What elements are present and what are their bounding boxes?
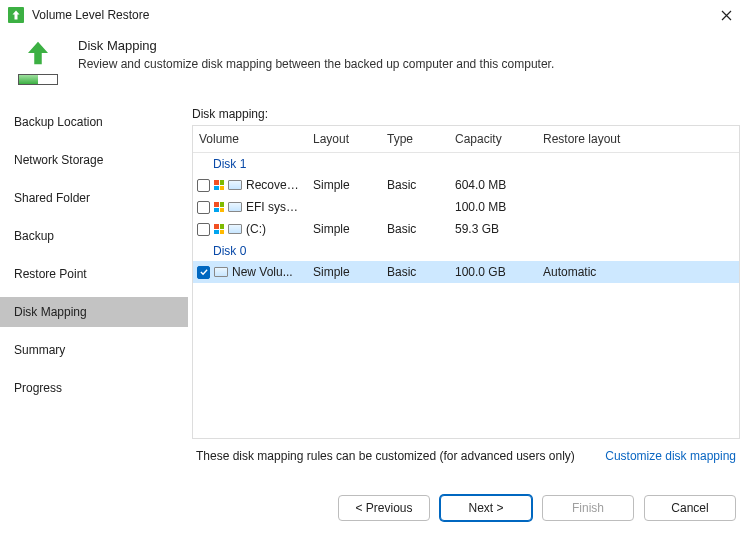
- drive-icon: [228, 180, 242, 190]
- cancel-button[interactable]: Cancel: [644, 495, 736, 521]
- next-button[interactable]: Next >: [440, 495, 532, 521]
- volume-checkbox[interactable]: [197, 201, 210, 214]
- drive-icon: [214, 267, 228, 277]
- page-description: Review and customize disk mapping betwee…: [78, 57, 554, 71]
- previous-button[interactable]: < Previous: [338, 495, 430, 521]
- cell-layout: Simple: [307, 216, 381, 242]
- window-title: Volume Level Restore: [32, 8, 149, 22]
- col-type[interactable]: Type: [381, 126, 449, 152]
- table-header: Volume Layout Type Capacity Restore layo…: [193, 126, 739, 153]
- volume-checkbox[interactable]: [197, 223, 210, 236]
- wizard-header: Disk Mapping Review and customize disk m…: [0, 30, 752, 99]
- windows-icon: [214, 202, 224, 212]
- volume-name: Recovery p...: [246, 178, 301, 192]
- drive-icon: [228, 224, 242, 234]
- sidebar-item-backup[interactable]: Backup: [0, 221, 188, 251]
- drive-icon: [228, 202, 242, 212]
- disk-group-header[interactable]: Disk 0: [193, 240, 739, 261]
- cell-restore-layout: [537, 179, 739, 191]
- wizard-steps-sidebar: Backup LocationNetwork StorageShared Fol…: [0, 99, 188, 483]
- sidebar-item-network-storage[interactable]: Network Storage: [0, 145, 188, 175]
- main-area: Backup LocationNetwork StorageShared Fol…: [0, 99, 752, 483]
- cell-layout: [307, 201, 381, 213]
- finish-button: Finish: [542, 495, 634, 521]
- table-row[interactable]: New Volu...SimpleBasic100.0 GBAutomatic: [193, 261, 739, 283]
- volume-level-restore-window: Volume Level Restore Disk Mapping Review…: [0, 0, 752, 535]
- table-row[interactable]: Recovery p...SimpleBasic604.0 MB: [193, 174, 739, 196]
- col-layout[interactable]: Layout: [307, 126, 381, 152]
- windows-icon: [214, 224, 224, 234]
- windows-icon: [214, 180, 224, 190]
- sidebar-item-progress[interactable]: Progress: [0, 373, 188, 403]
- table-body: Disk 1Recovery p...SimpleBasic604.0 MBEF…: [193, 153, 739, 438]
- customize-disk-mapping-link[interactable]: Customize disk mapping: [605, 449, 736, 463]
- table-row[interactable]: EFI system ...100.0 MB: [193, 196, 739, 218]
- cell-restore-layout: Automatic: [537, 259, 739, 285]
- cell-layout: Simple: [307, 259, 381, 285]
- progress-icon: [18, 74, 58, 85]
- close-button[interactable]: [706, 2, 746, 28]
- wizard-button-bar: < Previous Next > Finish Cancel: [0, 483, 752, 535]
- cell-type: Basic: [381, 259, 449, 285]
- footer-note-text: These disk mapping rules can be customiz…: [196, 449, 575, 463]
- cell-type: Basic: [381, 172, 449, 198]
- titlebar: Volume Level Restore: [0, 0, 752, 30]
- footer-note-row: These disk mapping rules can be customiz…: [192, 439, 740, 471]
- col-volume[interactable]: Volume: [193, 126, 307, 152]
- cell-type: [381, 201, 449, 213]
- table-row[interactable]: (C:)SimpleBasic59.3 GB: [193, 218, 739, 240]
- sidebar-item-summary[interactable]: Summary: [0, 335, 188, 365]
- cell-capacity: 100.0 GB: [449, 259, 537, 285]
- cell-restore-layout: [537, 201, 739, 213]
- cell-type: Basic: [381, 216, 449, 242]
- app-icon: [8, 7, 24, 23]
- cell-layout: Simple: [307, 172, 381, 198]
- disk-group-header[interactable]: Disk 1: [193, 153, 739, 174]
- sidebar-item-backup-location[interactable]: Backup Location: [0, 107, 188, 137]
- sidebar-item-disk-mapping[interactable]: Disk Mapping: [0, 297, 188, 327]
- disk-mapping-table: Volume Layout Type Capacity Restore layo…: [192, 125, 740, 439]
- cell-restore-layout: [537, 223, 739, 235]
- volume-name: (C:): [246, 222, 266, 236]
- cell-capacity: 59.3 GB: [449, 216, 537, 242]
- volume-checkbox[interactable]: [197, 266, 210, 279]
- content-pane: Disk mapping: Volume Layout Type Capacit…: [188, 99, 752, 483]
- col-capacity[interactable]: Capacity: [449, 126, 537, 152]
- sidebar-item-restore-point[interactable]: Restore Point: [0, 259, 188, 289]
- col-restore-layout[interactable]: Restore layout: [537, 126, 739, 152]
- sidebar-item-shared-folder[interactable]: Shared Folder: [0, 183, 188, 213]
- restore-arrow-icon: [23, 38, 53, 68]
- volume-name: New Volu...: [232, 265, 293, 279]
- volume-name: EFI system ...: [246, 200, 301, 214]
- page-title: Disk Mapping: [78, 38, 554, 53]
- volume-checkbox[interactable]: [197, 179, 210, 192]
- table-caption: Disk mapping:: [192, 107, 740, 121]
